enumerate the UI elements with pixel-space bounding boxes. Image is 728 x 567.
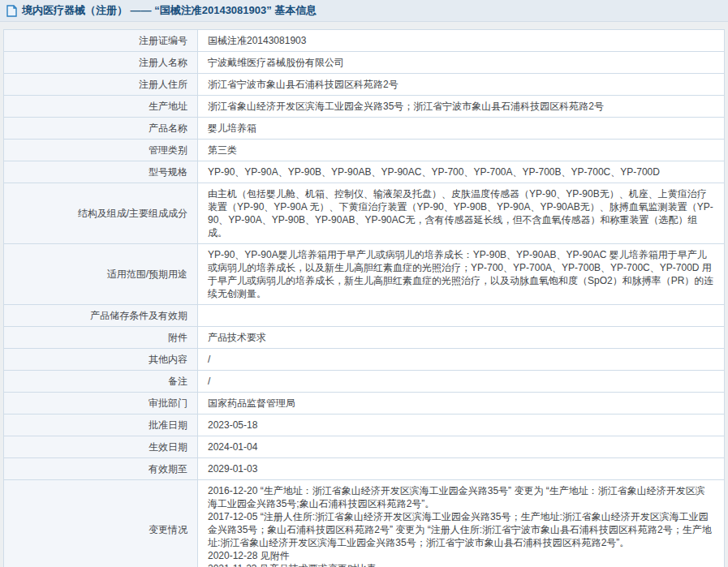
table-row: 结构及组成/主要组成成分 由主机（包括婴儿舱、机箱、控制仪、输液架及托盘）、皮肤… (4, 183, 725, 244)
table-row: 生产地址 浙江省象山经济开发区滨海工业园金兴路35号；浙江省宁波市象山县石浦科技… (4, 96, 725, 118)
row-label: 产品名称 (4, 118, 198, 140)
row-label: 注册人住所 (4, 74, 198, 96)
row-value: 宁波戴维医疗器械股份有限公司 (198, 52, 725, 74)
row-value: 国家药品监督管理局 (198, 393, 725, 415)
table-row: 注册证编号 国械注准20143081903 (4, 30, 725, 52)
row-value: 2024-01-04 (198, 436, 725, 458)
table-row: 审批部门 国家药品监督管理局 (4, 393, 725, 415)
table-row: 有效期至 2029-01-03 (4, 458, 725, 480)
table-row: 注册人名称 宁波戴维医疗器械股份有限公司 (4, 52, 725, 74)
table-row: 产品名称 婴儿培养箱 (4, 118, 725, 140)
row-value: 国械注准20143081903 (198, 30, 725, 52)
row-label: 附件 (4, 327, 198, 349)
row-value: 产品技术要求 (198, 327, 725, 349)
page-header: 境内医疗器械（注册） —— “国械注准20143081903” 基本信息 (0, 0, 728, 22)
row-label: 生产地址 (4, 96, 198, 118)
table-row: 生效日期 2024-01-04 (4, 436, 725, 458)
row-label: 备注 (4, 371, 198, 393)
row-value: 由主机（包括婴儿舱、机箱、控制仪、输液架及托盘）、皮肤温度传感器（YP-90、Y… (198, 183, 725, 244)
table-row: 变更情况 2016-12-20 “生产地址：浙江省象山经济开发区滨海工业园金兴路… (4, 480, 725, 567)
table-row: 其他内容 / (4, 349, 725, 371)
basic-info-table: 注册证编号 国械注准20143081903 注册人名称 宁波戴维医疗器械股份有限… (3, 29, 725, 567)
row-value: 婴儿培养箱 (198, 118, 725, 140)
row-label: 审批部门 (4, 393, 198, 415)
row-value: 2029-01-03 (198, 458, 725, 480)
row-value: YP-90、YP-90A婴儿培养箱用于早产儿或病弱儿的培养成长：YP-90B、Y… (198, 244, 725, 305)
row-label: 型号规格 (4, 161, 198, 183)
table-row: 产品储存条件及有效期 (4, 305, 725, 327)
table-row: 附件 产品技术要求 (4, 327, 725, 349)
row-value: 浙江省象山经济开发区滨海工业园金兴路35号；浙江省宁波市象山县石浦科技园区科苑路… (198, 96, 725, 118)
row-label: 注册人名称 (4, 52, 198, 74)
row-value: 浙江省宁波市象山县石浦科技园区科苑路2号 (198, 74, 725, 96)
table-row: 备注 / (4, 371, 725, 393)
page-title: 境内医疗器械（注册） —— “国械注准20143081903” 基本信息 (22, 3, 317, 18)
row-value (198, 305, 725, 327)
table-row: 批准日期 2023-05-18 (4, 415, 725, 436)
row-label: 结构及组成/主要组成成分 (4, 183, 198, 244)
row-label: 有效期至 (4, 458, 198, 480)
row-label: 其他内容 (4, 349, 198, 371)
row-value: 2023-05-18 (198, 415, 725, 436)
row-value: YP-90、YP-90A、YP-90B、YP-90AB、YP-90AC、YP-7… (198, 161, 725, 183)
table-row: 型号规格 YP-90、YP-90A、YP-90B、YP-90AB、YP-90AC… (4, 161, 725, 183)
table-row: 适用范围/预期用途 YP-90、YP-90A婴儿培养箱用于早产儿或病弱儿的培养成… (4, 244, 725, 305)
document-icon (6, 5, 17, 17)
row-value: 2016-12-20 “生产地址：浙江省象山经济开发区滨海工业园金兴路35号” … (198, 480, 725, 567)
row-label: 适用范围/预期用途 (4, 244, 198, 305)
row-label: 产品储存条件及有效期 (4, 305, 198, 327)
row-label: 管理类别 (4, 140, 198, 161)
row-value: 第三类 (198, 140, 725, 161)
row-label: 注册证编号 (4, 30, 198, 52)
row-value: / (198, 349, 725, 371)
row-label: 生效日期 (4, 436, 198, 458)
table-row: 管理类别 第三类 (4, 140, 725, 161)
row-value: / (198, 371, 725, 393)
row-label: 变更情况 (4, 480, 198, 567)
table-row: 注册人住所 浙江省宁波市象山县石浦科技园区科苑路2号 (4, 74, 725, 96)
row-label: 批准日期 (4, 415, 198, 436)
